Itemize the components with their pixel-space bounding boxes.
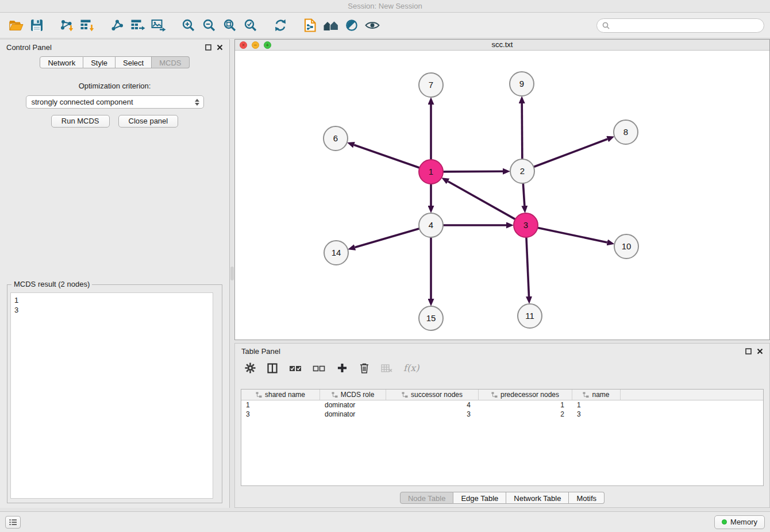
graph-edge-2-8[interactable] — [533, 139, 607, 167]
graph-node-2[interactable]: 2 — [510, 159, 534, 183]
control-tab-mcds[interactable]: MCDS — [152, 56, 189, 68]
graph-edge-3-1[interactable] — [448, 182, 517, 220]
show-hide-button[interactable] — [362, 15, 383, 36]
mcds-result-list[interactable]: 13 — [10, 292, 213, 499]
close-window-button[interactable]: × — [240, 41, 247, 49]
save-session-button[interactable] — [26, 15, 47, 36]
table-tab-network-table[interactable]: Network Table — [506, 492, 569, 504]
zoom-selected-button[interactable] — [240, 15, 261, 36]
window-titlebar[interactable]: Session: New Session — [0, 0, 770, 13]
graph-node-15[interactable]: 15 — [419, 306, 443, 330]
graph-edge-2-3[interactable] — [523, 182, 525, 206]
column-header-successor-nodes[interactable]: successor nodes — [386, 390, 479, 400]
open-session-button[interactable] — [6, 15, 26, 36]
graph-node-6[interactable]: 6 — [324, 126, 348, 151]
column-header-name[interactable]: name — [572, 390, 621, 400]
trash-icon — [360, 363, 369, 373]
list-icon — [9, 519, 17, 526]
column-header-predecessor-nodes[interactable]: predecessor nodes — [479, 390, 572, 400]
table-tab-node-table[interactable]: Node Table — [400, 492, 454, 504]
import-network-button[interactable] — [56, 15, 77, 36]
close-panel-button[interactable]: Close panel — [118, 115, 179, 128]
graph-node-1[interactable]: 1 — [419, 160, 443, 184]
network-window-titlebar[interactable]: ×−+ scc.txt — [235, 40, 769, 51]
memory-button[interactable]: Memory — [714, 515, 765, 529]
zoom-out-button[interactable] — [199, 15, 220, 36]
export-image-button[interactable] — [148, 15, 169, 36]
table-cell: 1 — [479, 400, 572, 410]
graph-node-10[interactable]: 10 — [614, 234, 638, 259]
column-header-shared-name[interactable]: shared name — [241, 390, 320, 400]
control-tab-style[interactable]: Style — [83, 56, 116, 68]
zoom-out-icon — [202, 18, 216, 32]
control-panel-header: Control Panel — [0, 40, 229, 55]
control-tab-network[interactable]: Network — [40, 56, 83, 68]
new-network-button[interactable] — [107, 15, 128, 36]
graph-node-9[interactable]: 9 — [510, 72, 534, 96]
minimize-window-button[interactable]: − — [252, 41, 259, 49]
search-input[interactable] — [613, 21, 759, 30]
graph-node-11[interactable]: 11 — [518, 304, 542, 328]
columns-icon — [267, 363, 278, 373]
attribute-icon — [491, 392, 498, 398]
table-row[interactable]: 1dominator411 — [241, 400, 763, 410]
network-canvas[interactable]: 7968124314101511 — [235, 51, 769, 340]
zoom-fit-button[interactable] — [220, 15, 240, 36]
network-graph[interactable]: 7968124314101511 — [235, 51, 769, 340]
control-tab-select[interactable]: Select — [116, 56, 152, 68]
graph-edge-3-11[interactable] — [526, 236, 529, 296]
svg-text:1: 1 — [429, 167, 433, 176]
run-mcds-button[interactable]: Run MCDS — [51, 115, 110, 128]
splitter-handle[interactable] — [230, 267, 234, 280]
eye-icon — [365, 20, 380, 30]
close-panel-icon[interactable] — [217, 44, 223, 51]
float-panel-icon[interactable] — [205, 44, 211, 51]
search-box[interactable] — [596, 18, 764, 33]
graph-node-14[interactable]: 14 — [324, 241, 348, 265]
svg-text:9: 9 — [519, 79, 524, 88]
import-table-button[interactable] — [77, 15, 98, 36]
automation-panel-button[interactable] — [5, 516, 21, 529]
graph-node-4[interactable]: 4 — [419, 213, 443, 237]
refresh-view-button[interactable] — [270, 15, 291, 36]
save-floppy-icon — [30, 19, 43, 32]
new-table-button[interactable] — [128, 15, 148, 36]
svg-text:3: 3 — [523, 220, 528, 230]
graph-edge-1-6[interactable] — [354, 145, 421, 168]
column-header-MCDS-role[interactable]: MCDS role — [320, 390, 386, 400]
select-all-rows-button[interactable] — [289, 362, 302, 375]
zoom-in-button[interactable] — [178, 15, 199, 36]
add-row-button[interactable] — [336, 362, 348, 375]
criterion-dropdown[interactable]: strongly connected component — [26, 95, 204, 109]
memory-label: Memory — [730, 518, 757, 526]
new-network-icon — [110, 18, 124, 32]
table-settings-button[interactable] — [244, 362, 256, 375]
table-close-panel-icon[interactable] — [757, 348, 763, 354]
graph-edge-4-14[interactable] — [355, 228, 421, 247]
graph-edges — [354, 103, 607, 299]
table-row[interactable]: 3dominator323 — [241, 410, 763, 419]
show-columns-button[interactable] — [267, 362, 278, 375]
home-view-button[interactable] — [321, 15, 341, 36]
table-tab-edge-table[interactable]: Edge Table — [453, 492, 506, 504]
graph-edge-2-9[interactable] — [522, 103, 522, 160]
network-window-title: scc.txt — [492, 40, 513, 49]
table-cell: 4 — [386, 400, 479, 410]
graph-node-7[interactable]: 7 — [419, 73, 443, 97]
table-tab-motifs[interactable]: Motifs — [569, 492, 605, 504]
deselect-all-rows-button[interactable] — [313, 362, 325, 375]
table-float-panel-icon[interactable] — [745, 348, 752, 354]
zoom-window-button[interactable]: + — [264, 41, 271, 49]
graphics-details-button[interactable] — [341, 15, 362, 36]
export-network-button[interactable] — [300, 15, 321, 36]
attribute-icon — [583, 392, 589, 398]
graph-node-3[interactable]: 3 — [514, 213, 538, 237]
graph-node-8[interactable]: 8 — [614, 120, 638, 144]
graph-edge-3-10[interactable] — [537, 228, 607, 242]
zoom-fit-icon — [223, 18, 237, 32]
table-cell: dominator — [320, 410, 386, 419]
delete-rows-button[interactable] — [359, 362, 370, 375]
mcds-result-title: MCDS result (2 nodes) — [11, 280, 92, 288]
panel-splitter[interactable] — [230, 39, 234, 508]
graph-edge-1-2[interactable] — [442, 171, 503, 172]
